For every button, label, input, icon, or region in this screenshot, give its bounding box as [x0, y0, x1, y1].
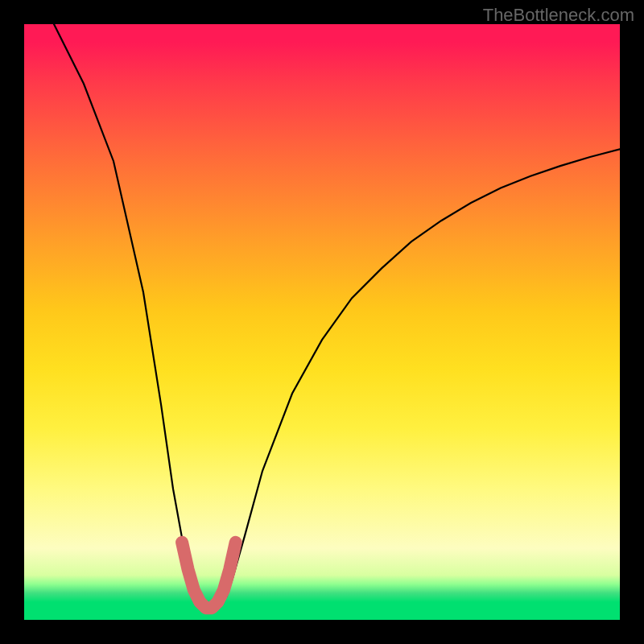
plot-area — [24, 24, 620, 620]
watermark-text: TheBottleneck.com — [483, 5, 634, 26]
bottleneck-curve — [54, 24, 620, 608]
chart-svg — [24, 24, 620, 620]
highlight-near-minimum — [182, 543, 236, 608]
